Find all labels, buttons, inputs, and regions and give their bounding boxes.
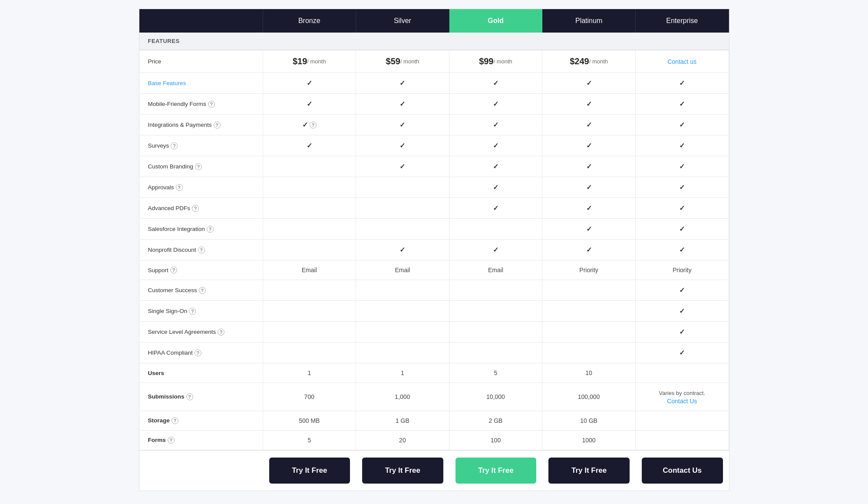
support-enterprise: Priority bbox=[636, 260, 729, 280]
check-icon bbox=[586, 246, 592, 254]
help-icon[interactable]: ? bbox=[170, 267, 177, 273]
help-icon[interactable]: ? bbox=[168, 437, 175, 444]
header-empty bbox=[139, 9, 263, 33]
check-icon bbox=[307, 79, 312, 87]
sso-row: Single Sign-On ? bbox=[139, 301, 729, 322]
advanced-pdfs-silver bbox=[356, 198, 449, 218]
submissions-gold: 10,000 bbox=[449, 383, 543, 411]
plan-platinum: Platinum bbox=[542, 9, 636, 33]
help-icon[interactable]: ? bbox=[218, 329, 224, 336]
help-icon[interactable]: ? bbox=[176, 184, 183, 191]
plan-gold: Gold bbox=[449, 9, 543, 33]
help-icon[interactable]: ? bbox=[172, 417, 178, 424]
check-icon bbox=[493, 79, 498, 87]
check-icon bbox=[679, 246, 685, 254]
help-icon[interactable]: ? bbox=[198, 247, 205, 254]
help-icon[interactable]: ? bbox=[189, 308, 196, 315]
sso-silver bbox=[356, 301, 449, 321]
check-icon bbox=[679, 204, 685, 212]
integrations-silver bbox=[356, 115, 449, 135]
sla-gold bbox=[449, 322, 543, 342]
try-free-platinum-button[interactable]: Try It Free bbox=[548, 458, 630, 484]
check-icon bbox=[679, 307, 685, 315]
check-icon bbox=[399, 246, 405, 254]
cta-platinum: Try It Free bbox=[542, 458, 636, 484]
nonprofit-row: Nonprofit Discount ? bbox=[139, 240, 729, 260]
help-icon[interactable]: ? bbox=[186, 393, 193, 400]
support-label: Support ? bbox=[139, 260, 263, 280]
pricing-table: Bronze Silver Gold Platinum Enterprise F… bbox=[139, 9, 729, 491]
submissions-platinum: 100,000 bbox=[542, 383, 636, 411]
hipaa-platinum bbox=[542, 343, 636, 363]
salesforce-enterprise bbox=[636, 219, 729, 239]
contact-us-enterprise-button[interactable]: Contact Us bbox=[642, 458, 723, 484]
base-features-link[interactable]: Base Features bbox=[148, 80, 186, 86]
help-icon[interactable]: ? bbox=[214, 122, 221, 128]
base-features-gold bbox=[449, 73, 543, 93]
base-features-bronze bbox=[263, 73, 356, 93]
custom-branding-gold bbox=[449, 156, 543, 177]
surveys-label: Surveys ? bbox=[139, 135, 263, 156]
surveys-bronze bbox=[263, 135, 356, 156]
help-icon[interactable]: ? bbox=[192, 205, 199, 212]
support-silver: Email bbox=[356, 260, 449, 280]
advanced-pdfs-row: Advanced PDFs ? bbox=[139, 198, 729, 219]
salesforce-gold bbox=[449, 219, 543, 239]
submissions-contact-link[interactable]: Contact Us bbox=[667, 398, 697, 405]
help-icon[interactable]: ? bbox=[195, 163, 202, 170]
help-icon[interactable]: ? bbox=[310, 122, 317, 128]
hipaa-bronze bbox=[263, 343, 356, 363]
integrations-label: Integrations & Payments ? bbox=[139, 115, 263, 135]
sso-enterprise bbox=[636, 301, 729, 321]
nonprofit-label: Nonprofit Discount ? bbox=[139, 240, 263, 260]
base-features-label[interactable]: Base Features bbox=[139, 73, 263, 93]
storage-enterprise bbox=[636, 411, 729, 430]
cta-row: Try It Free Try It Free Try It Free Try … bbox=[139, 450, 729, 491]
try-free-gold-button[interactable]: Try It Free bbox=[455, 458, 537, 484]
users-silver: 1 bbox=[356, 363, 449, 382]
approvals-bronze bbox=[263, 177, 356, 198]
forms-label: Forms ? bbox=[139, 431, 263, 450]
check-icon bbox=[586, 204, 592, 212]
help-icon[interactable]: ? bbox=[208, 101, 215, 108]
sla-bronze bbox=[263, 322, 356, 342]
help-icon[interactable]: ? bbox=[199, 287, 206, 294]
customer-success-silver bbox=[356, 280, 449, 300]
check-icon bbox=[302, 121, 308, 129]
advanced-pdfs-label: Advanced PDFs ? bbox=[139, 198, 263, 218]
mobile-forms-silver bbox=[356, 94, 449, 114]
forms-platinum: 1000 bbox=[542, 431, 636, 450]
help-icon[interactable]: ? bbox=[195, 349, 201, 356]
mobile-forms-label: Mobile-Friendly Forms ? bbox=[139, 94, 263, 114]
price-enterprise[interactable]: Contact us bbox=[636, 50, 729, 72]
check-icon bbox=[586, 142, 592, 150]
check-icon bbox=[399, 100, 405, 108]
enterprise-contact-link[interactable]: Contact us bbox=[667, 58, 696, 65]
approvals-silver bbox=[356, 177, 449, 198]
surveys-row: Surveys ? bbox=[139, 135, 729, 156]
forms-silver: 20 bbox=[356, 431, 449, 450]
custom-branding-label: Custom Branding ? bbox=[139, 156, 263, 177]
approvals-platinum bbox=[542, 177, 636, 198]
hipaa-label: HIPAA Compliant ? bbox=[139, 343, 263, 363]
salesforce-row: Salesforce Integration ? bbox=[139, 219, 729, 240]
try-free-silver-button[interactable]: Try It Free bbox=[362, 458, 443, 484]
hipaa-gold bbox=[449, 343, 543, 363]
custom-branding-row: Custom Branding ? bbox=[139, 156, 729, 177]
custom-branding-enterprise bbox=[636, 156, 729, 177]
sso-label: Single Sign-On ? bbox=[139, 301, 263, 321]
try-free-bronze-button[interactable]: Try It Free bbox=[269, 458, 350, 484]
salesforce-bronze bbox=[263, 219, 356, 239]
sso-gold bbox=[449, 301, 543, 321]
check-icon bbox=[679, 225, 685, 233]
cta-enterprise: Contact Us bbox=[636, 458, 729, 484]
storage-platinum: 10 GB bbox=[542, 411, 636, 430]
users-enterprise bbox=[636, 363, 729, 382]
help-icon[interactable]: ? bbox=[171, 142, 178, 149]
custom-branding-platinum bbox=[542, 156, 636, 177]
plan-bronze: Bronze bbox=[263, 9, 356, 33]
help-icon[interactable]: ? bbox=[207, 226, 214, 233]
storage-row: Storage ? 500 MB 1 GB 2 GB 10 GB bbox=[139, 411, 729, 431]
support-platinum: Priority bbox=[542, 260, 636, 280]
check-icon bbox=[679, 121, 685, 129]
